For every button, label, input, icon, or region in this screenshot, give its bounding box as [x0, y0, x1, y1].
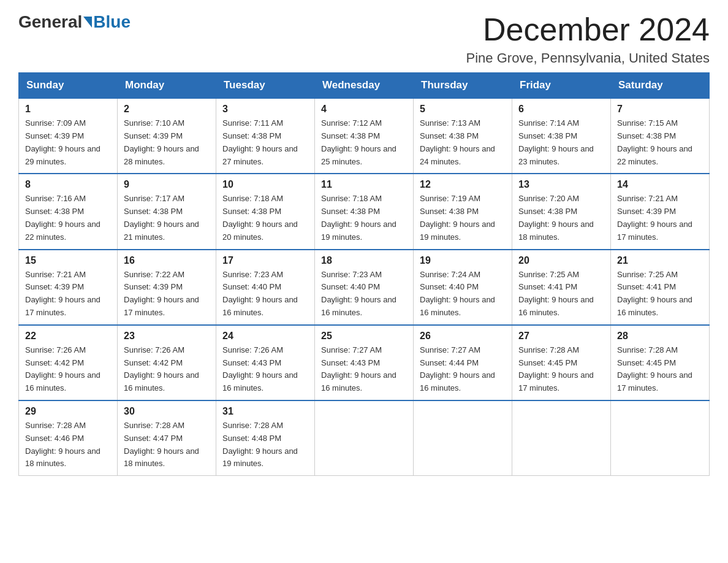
day-number: 10	[222, 179, 308, 190]
week-row-5: 29 Sunrise: 7:28 AMSunset: 4:46 PMDaylig…	[19, 400, 710, 476]
day-info: Sunrise: 7:13 AMSunset: 4:38 PMDaylight:…	[420, 118, 495, 166]
table-row: 24 Sunrise: 7:26 AMSunset: 4:43 PMDaylig…	[216, 325, 315, 400]
week-row-3: 15 Sunrise: 7:21 AMSunset: 4:39 PMDaylig…	[19, 250, 710, 325]
table-row: 13 Sunrise: 7:20 AMSunset: 4:38 PMDaylig…	[512, 174, 611, 249]
day-info: Sunrise: 7:20 AMSunset: 4:38 PMDaylight:…	[518, 194, 594, 241]
day-number: 21	[617, 255, 703, 266]
day-info: Sunrise: 7:23 AMSunset: 4:40 PMDaylight:…	[321, 270, 396, 317]
logo-blue-text: Blue	[93, 12, 131, 32]
table-row: 22 Sunrise: 7:26 AMSunset: 4:42 PMDaylig…	[19, 325, 118, 400]
day-info: Sunrise: 7:09 AMSunset: 4:39 PMDaylight:…	[25, 118, 100, 166]
table-row: 7 Sunrise: 7:15 AMSunset: 4:38 PMDayligh…	[611, 98, 710, 174]
day-info: Sunrise: 7:22 AMSunset: 4:39 PMDaylight:…	[124, 270, 199, 317]
title-block: December 2024 Pine Grove, Pennsylvania, …	[466, 12, 710, 66]
table-row: 5 Sunrise: 7:13 AMSunset: 4:38 PMDayligh…	[414, 98, 512, 174]
day-info: Sunrise: 7:16 AMSunset: 4:38 PMDaylight:…	[25, 194, 100, 241]
table-row: 23 Sunrise: 7:26 AMSunset: 4:42 PMDaylig…	[118, 325, 216, 400]
day-number: 20	[518, 255, 604, 266]
day-info: Sunrise: 7:12 AMSunset: 4:38 PMDaylight:…	[321, 118, 396, 166]
table-row: 9 Sunrise: 7:17 AMSunset: 4:38 PMDayligh…	[118, 174, 216, 249]
day-info: Sunrise: 7:26 AMSunset: 4:43 PMDaylight:…	[222, 345, 298, 393]
week-row-4: 22 Sunrise: 7:26 AMSunset: 4:42 PMDaylig…	[19, 325, 710, 400]
table-row: 15 Sunrise: 7:21 AMSunset: 4:39 PMDaylig…	[19, 250, 118, 325]
header-wednesday: Wednesday	[315, 73, 414, 99]
table-row: 11 Sunrise: 7:18 AMSunset: 4:38 PMDaylig…	[315, 174, 414, 249]
table-row	[315, 400, 414, 476]
table-row: 28 Sunrise: 7:28 AMSunset: 4:45 PMDaylig…	[611, 325, 710, 400]
table-row	[414, 400, 512, 476]
day-info: Sunrise: 7:25 AMSunset: 4:41 PMDaylight:…	[518, 270, 594, 317]
day-number: 14	[617, 179, 703, 190]
day-info: Sunrise: 7:18 AMSunset: 4:38 PMDaylight:…	[222, 194, 298, 241]
table-row: 19 Sunrise: 7:24 AMSunset: 4:40 PMDaylig…	[414, 250, 512, 325]
day-number: 24	[222, 331, 308, 342]
week-row-1: 1 Sunrise: 7:09 AMSunset: 4:39 PMDayligh…	[19, 98, 710, 174]
day-info: Sunrise: 7:28 AMSunset: 4:46 PMDaylight:…	[25, 421, 100, 468]
header-thursday: Thursday	[414, 73, 512, 99]
day-number: 18	[321, 255, 407, 266]
table-row: 29 Sunrise: 7:28 AMSunset: 4:46 PMDaylig…	[19, 400, 118, 476]
logo-triangle-icon	[83, 17, 92, 28]
day-info: Sunrise: 7:23 AMSunset: 4:40 PMDaylight:…	[222, 270, 298, 317]
month-title: December 2024	[466, 12, 710, 47]
day-info: Sunrise: 7:21 AMSunset: 4:39 PMDaylight:…	[617, 194, 692, 241]
table-row	[611, 400, 710, 476]
day-number: 31	[222, 406, 308, 417]
day-number: 19	[420, 255, 506, 266]
week-row-2: 8 Sunrise: 7:16 AMSunset: 4:38 PMDayligh…	[19, 174, 710, 249]
day-info: Sunrise: 7:26 AMSunset: 4:42 PMDaylight:…	[25, 345, 100, 393]
day-number: 4	[321, 104, 407, 115]
table-row: 21 Sunrise: 7:25 AMSunset: 4:41 PMDaylig…	[611, 250, 710, 325]
table-row: 6 Sunrise: 7:14 AMSunset: 4:38 PMDayligh…	[512, 98, 611, 174]
day-number: 26	[420, 331, 506, 342]
day-number: 12	[420, 179, 506, 190]
location-title: Pine Grove, Pennsylvania, United States	[466, 50, 710, 66]
day-info: Sunrise: 7:25 AMSunset: 4:41 PMDaylight:…	[617, 270, 692, 317]
day-info: Sunrise: 7:21 AMSunset: 4:39 PMDaylight:…	[25, 270, 100, 317]
table-row: 12 Sunrise: 7:19 AMSunset: 4:38 PMDaylig…	[414, 174, 512, 249]
header-friday: Friday	[512, 73, 611, 99]
day-info: Sunrise: 7:14 AMSunset: 4:38 PMDaylight:…	[518, 118, 594, 166]
day-number: 8	[25, 179, 111, 190]
table-row: 30 Sunrise: 7:28 AMSunset: 4:47 PMDaylig…	[118, 400, 216, 476]
table-row: 26 Sunrise: 7:27 AMSunset: 4:44 PMDaylig…	[414, 325, 512, 400]
table-row: 20 Sunrise: 7:25 AMSunset: 4:41 PMDaylig…	[512, 250, 611, 325]
day-number: 13	[518, 179, 604, 190]
day-info: Sunrise: 7:28 AMSunset: 4:45 PMDaylight:…	[518, 345, 594, 393]
table-row: 16 Sunrise: 7:22 AMSunset: 4:39 PMDaylig…	[118, 250, 216, 325]
day-number: 9	[124, 179, 210, 190]
day-number: 28	[617, 331, 703, 342]
header-monday: Monday	[118, 73, 216, 99]
table-row: 31 Sunrise: 7:28 AMSunset: 4:48 PMDaylig…	[216, 400, 315, 476]
day-info: Sunrise: 7:11 AMSunset: 4:38 PMDaylight:…	[222, 118, 298, 166]
day-number: 1	[25, 104, 111, 115]
day-info: Sunrise: 7:17 AMSunset: 4:38 PMDaylight:…	[124, 194, 199, 241]
day-info: Sunrise: 7:18 AMSunset: 4:38 PMDaylight:…	[321, 194, 396, 241]
table-row: 4 Sunrise: 7:12 AMSunset: 4:38 PMDayligh…	[315, 98, 414, 174]
day-info: Sunrise: 7:26 AMSunset: 4:42 PMDaylight:…	[124, 345, 199, 393]
day-info: Sunrise: 7:27 AMSunset: 4:43 PMDaylight:…	[321, 345, 396, 393]
day-number: 27	[518, 331, 604, 342]
day-number: 30	[124, 406, 210, 417]
day-number: 23	[124, 331, 210, 342]
page-header: General Blue December 2024 Pine Grove, P…	[18, 12, 710, 66]
header-sunday: Sunday	[19, 73, 118, 99]
weekday-header-row: Sunday Monday Tuesday Wednesday Thursday…	[19, 73, 710, 99]
day-info: Sunrise: 7:28 AMSunset: 4:45 PMDaylight:…	[617, 345, 692, 393]
day-info: Sunrise: 7:15 AMSunset: 4:38 PMDaylight:…	[617, 118, 692, 166]
day-number: 22	[25, 331, 111, 342]
day-number: 2	[124, 104, 210, 115]
header-saturday: Saturday	[611, 73, 710, 99]
table-row: 18 Sunrise: 7:23 AMSunset: 4:40 PMDaylig…	[315, 250, 414, 325]
table-row: 27 Sunrise: 7:28 AMSunset: 4:45 PMDaylig…	[512, 325, 611, 400]
day-info: Sunrise: 7:28 AMSunset: 4:48 PMDaylight:…	[222, 421, 298, 468]
table-row: 17 Sunrise: 7:23 AMSunset: 4:40 PMDaylig…	[216, 250, 315, 325]
day-info: Sunrise: 7:28 AMSunset: 4:47 PMDaylight:…	[124, 421, 199, 468]
table-row: 3 Sunrise: 7:11 AMSunset: 4:38 PMDayligh…	[216, 98, 315, 174]
table-row	[512, 400, 611, 476]
day-info: Sunrise: 7:27 AMSunset: 4:44 PMDaylight:…	[420, 345, 495, 393]
table-row: 25 Sunrise: 7:27 AMSunset: 4:43 PMDaylig…	[315, 325, 414, 400]
table-row: 1 Sunrise: 7:09 AMSunset: 4:39 PMDayligh…	[19, 98, 118, 174]
table-row: 14 Sunrise: 7:21 AMSunset: 4:39 PMDaylig…	[611, 174, 710, 249]
day-number: 6	[518, 104, 604, 115]
